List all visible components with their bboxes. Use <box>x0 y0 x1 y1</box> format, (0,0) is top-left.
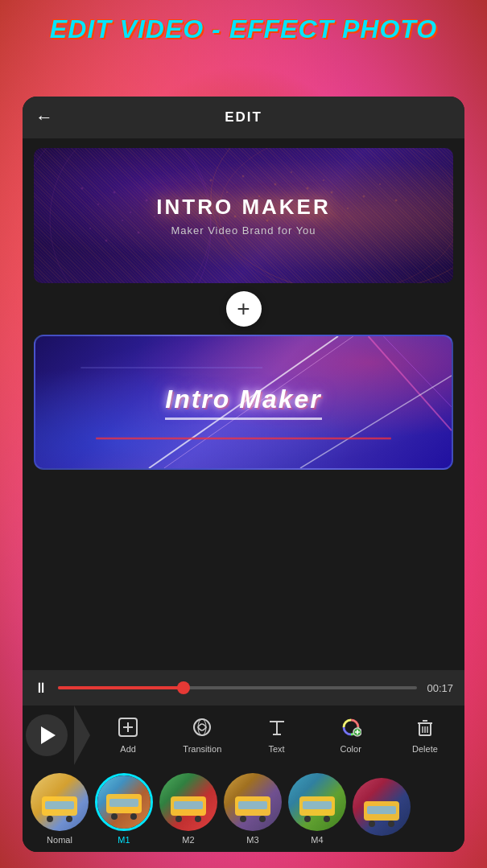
thumb-extra-bg <box>353 778 411 836</box>
bus-body-m4 <box>299 796 335 816</box>
bus-wheels-m3 <box>235 816 270 822</box>
add-label: Add <box>120 744 136 754</box>
bus-wheel-right-m4 <box>324 816 330 822</box>
bus-wheel-left-m3 <box>240 816 246 822</box>
text-icon <box>266 717 287 741</box>
bus-body-m3 <box>235 796 270 816</box>
filter-strip: Nomal M1 <box>23 765 464 852</box>
filter-thumb-m1 <box>95 773 153 831</box>
add-tool[interactable]: Add <box>92 714 164 757</box>
header-title: EDIT <box>66 109 421 125</box>
video-card-2[interactable]: Intro Maker <box>34 335 453 470</box>
filter-m1[interactable]: M1 <box>95 773 153 845</box>
card1-main-title: INTRO MAKER <box>156 195 330 220</box>
color-label: Color <box>340 744 361 754</box>
delete-label: Delete <box>412 744 438 754</box>
filter-thumb-m3 <box>224 773 282 831</box>
text-tool[interactable]: Text <box>240 714 312 757</box>
filter-normal-label: Nomal <box>47 835 72 845</box>
bus-normal <box>42 796 77 819</box>
filter-m2[interactable]: M2 <box>159 773 217 845</box>
bus-wheels <box>42 816 77 822</box>
bus-body-extra <box>364 801 399 821</box>
play-button[interactable] <box>26 714 68 756</box>
bus-wheel-left-m2 <box>175 816 182 822</box>
filter-normal[interactable]: Nomal <box>31 773 89 845</box>
card2-text: Intro Maker <box>35 336 452 468</box>
filter-m3[interactable]: M3 <box>224 773 282 845</box>
toolbar-divider <box>74 706 90 765</box>
filter-m4-label: M4 <box>311 835 323 845</box>
filter-extra[interactable] <box>353 778 411 840</box>
bus-m3 <box>235 796 270 819</box>
header: ← EDIT <box>23 97 464 138</box>
color-icon <box>340 717 361 741</box>
text-label: Text <box>268 744 284 754</box>
pause-button[interactable]: ⏸ <box>34 680 48 697</box>
bus-wheels-m2 <box>171 816 206 822</box>
app-title: EDIT VIDEO - EFFECT PHOTO <box>0 14 487 44</box>
bus-wheels-m4 <box>299 816 335 822</box>
thumb-m1-bg <box>97 775 151 829</box>
card2-title: Intro Maker <box>165 385 321 420</box>
thumb-m2-bg <box>159 773 217 831</box>
progress-thumb[interactable] <box>177 681 190 694</box>
bus-wheels-m1 <box>106 813 142 820</box>
transition-icon <box>192 717 213 741</box>
add-icon <box>118 717 138 741</box>
bus-wheel-right-m3 <box>259 816 266 822</box>
filter-thumb-m2 <box>159 773 217 831</box>
bus-body <box>42 796 77 816</box>
toolbar: Add Transition Text <box>23 706 464 765</box>
filter-thumb-extra <box>353 778 411 836</box>
filter-thumb-normal <box>31 773 89 831</box>
bus-wheel-right <box>66 816 72 822</box>
add-clip-button[interactable]: + <box>226 291 262 327</box>
filter-thumb-m4 <box>288 773 346 831</box>
transition-label: Transition <box>183 744 221 754</box>
bus-wheel-right-m2 <box>195 816 201 822</box>
svg-point-44 <box>194 719 210 735</box>
svg-point-45 <box>198 719 206 735</box>
back-button[interactable]: ← <box>35 107 53 128</box>
color-tool[interactable]: Color <box>315 714 387 757</box>
thumb-normal-bg <box>31 773 89 831</box>
bus-body-m1 <box>106 794 142 813</box>
bus-wheels-extra <box>364 821 399 827</box>
progress-area: ⏸ 00:17 <box>23 670 464 706</box>
video-card-1[interactable]: INTRO MAKER Maker Video Brand for You <box>34 148 453 283</box>
bus-wheel-right-m1 <box>130 813 137 820</box>
filter-m4[interactable]: M4 <box>288 773 346 845</box>
filter-m1-label: M1 <box>118 835 130 845</box>
delete-icon <box>415 717 435 741</box>
transition-tool[interactable]: Transition <box>166 714 238 757</box>
content-area: INTRO MAKER Maker Video Brand for You + <box>23 138 464 670</box>
progress-fill <box>58 686 184 689</box>
filter-m3-label: M3 <box>246 835 258 845</box>
time-label: 00:17 <box>427 682 453 694</box>
bus-m2 <box>171 796 206 819</box>
bus-body-m2 <box>171 796 206 816</box>
card1-subtitle: Maker Video Brand for You <box>171 224 316 237</box>
thumb-m4-bg <box>288 773 346 831</box>
bus-wheel-left <box>47 816 53 822</box>
bus-m4 <box>299 796 335 819</box>
bus-m1 <box>106 794 142 817</box>
card1-text: INTRO MAKER Maker Video Brand for You <box>34 148 453 283</box>
bus-wheel-right-extra <box>388 821 394 827</box>
thumb-m3-bg <box>224 773 282 831</box>
filter-m2-label: M2 <box>182 835 194 845</box>
progress-track[interactable] <box>58 686 417 689</box>
phone-frame: ← EDIT <box>23 97 464 852</box>
play-icon <box>41 726 56 744</box>
bus-wheel-left-m4 <box>304 816 311 822</box>
bus-wheel-left-extra <box>369 821 375 827</box>
bus-wheel-left-m1 <box>111 813 118 820</box>
bus-extra <box>364 801 399 824</box>
delete-tool[interactable]: Delete <box>389 714 461 757</box>
